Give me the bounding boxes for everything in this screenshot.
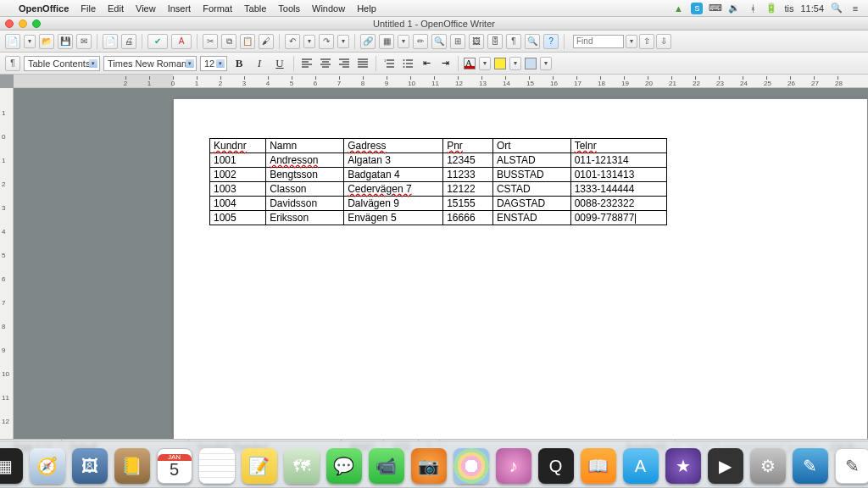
notification-center-icon[interactable]: ≡ [849,3,861,14]
hyperlink-button[interactable]: 🔗 [360,34,376,49]
undo-button[interactable]: ↶ [285,34,300,49]
show-draw-button[interactable]: ✏︎ [413,34,428,49]
find-next-button[interactable]: ⇩ [656,34,671,49]
table-cell[interactable]: 0101-131413 [570,168,666,182]
table-row[interactable]: 1002BengtssonBadgatan 411233BUSSTAD0101-… [210,168,667,182]
dock-quicktime-icon[interactable]: ▶ [708,448,743,484]
autospell-button[interactable]: A [171,34,192,49]
find-prev-button[interactable]: ⇧ [639,34,654,49]
decrease-indent-button[interactable]: ⇤ [419,56,434,71]
spotlight-icon[interactable]: 🔍 [831,3,843,14]
table-cell[interactable]: Davidsson [266,197,344,211]
table-cell[interactable]: 0088-232322 [570,197,666,211]
page-content[interactable]: KundnrNamnGadressPnrOrtTelnr 1001Andress… [174,99,867,264]
table-header-cell[interactable]: Namn [266,139,344,153]
font-size-combo[interactable]: 12▾ [200,56,227,71]
paste-button[interactable]: 📋 [240,34,255,49]
data-table[interactable]: KundnrNamnGadressPnrOrtTelnr 1001Andress… [209,138,667,225]
horizontal-ruler[interactable]: 2101234567891011121314151617181920212223… [14,75,868,88]
table-cell[interactable]: 12122 [443,182,493,197]
table-cell[interactable]: 12345 [443,153,493,168]
dock-textedit-icon[interactable]: ✎ [835,448,869,484]
table-header-cell[interactable]: Pnr [443,139,493,153]
table-cell[interactable]: Bengtsson [266,168,344,182]
bgcolor-dropdown[interactable]: ▾ [540,57,552,70]
dock-itunes-icon[interactable]: ♪ [496,448,531,484]
table-cell[interactable]: 1001 [210,153,266,168]
gallery-button[interactable]: 🖼 [469,34,484,49]
dock-syspref-icon[interactable]: ⚙ [750,448,786,484]
align-center-button[interactable] [318,56,333,71]
table-cell[interactable]: ALSTAD [492,153,570,168]
page[interactable]: KundnrNamnGadressPnrOrtTelnr 1001Andress… [173,98,868,439]
format-paint-button[interactable]: 🖌 [259,34,274,49]
table-header-cell[interactable]: Gadress [344,139,443,153]
table-cell[interactable]: Cedervägen 7 [344,182,443,197]
table-cell[interactable]: Algatan 3 [344,153,443,168]
table-cell[interactable]: Badgatan 4 [344,168,443,182]
menu-table[interactable]: Table [244,3,266,14]
table-cell[interactable]: 1004 [210,197,266,211]
dock-messages-icon[interactable]: 💬 [326,448,362,484]
find-input[interactable] [573,35,624,48]
email-button[interactable]: ✉︎ [76,34,92,49]
table-row[interactable]: 1004DavidssonDalvägen 915155DAGSTAD0088-… [210,197,667,211]
dock-maps-icon[interactable]: 🗺 [284,448,320,484]
increase-indent-button[interactable]: ⇥ [437,56,453,71]
paragraph-style-combo[interactable]: Table Contents▾ [24,56,100,71]
dock-preview-icon[interactable]: 🖼 [72,448,108,484]
table-cell[interactable]: 1002 [210,168,266,182]
table-cell[interactable]: CSTAD [492,182,570,197]
copy-button[interactable]: ⧉ [221,34,236,49]
vertical-ruler[interactable]: 10123456789101112131415161718 [0,88,14,439]
italic-button[interactable]: I [251,56,268,71]
dock-contacts-icon[interactable]: 📒 [114,448,150,484]
document-canvas[interactable]: KundnrNamnGadressPnrOrtTelnr 1001Andress… [14,88,868,439]
dock-photos-icon[interactable] [453,448,489,484]
zoom-window-button[interactable] [32,19,41,28]
table-row[interactable]: 1003ClassonCedervägen 712122CSTAD1333-14… [210,182,667,197]
find-dropdown[interactable]: ▾ [626,35,637,48]
table-header-cell[interactable]: Telnr [570,139,666,153]
clock-time[interactable]: 11:54 [800,3,824,14]
close-window-button[interactable] [5,19,14,28]
table-cell[interactable]: 1003 [210,182,266,197]
table-cell[interactable]: ENSTAD [492,211,570,225]
dock-quicksilver-icon[interactable]: Q [538,448,574,484]
zoom-button[interactable]: 🔍 [525,34,540,49]
font-name-combo[interactable]: Times New Roman▾ [103,56,197,71]
bold-button[interactable]: B [231,56,248,71]
app-name[interactable]: OpenOffice [19,3,69,14]
table-cell[interactable]: Classon [266,182,344,197]
spellcheck-button[interactable]: ✔ [147,34,168,49]
print-button[interactable]: 🖨 [121,34,136,49]
battery-icon[interactable]: 🔋 [765,3,777,14]
dock-reminders-icon[interactable] [199,448,235,484]
dock-photobooth-icon[interactable]: 📷 [411,448,447,484]
table-cell[interactable]: 11233 [443,168,493,182]
new-doc-button[interactable]: 📄 [5,34,20,49]
table-cell[interactable]: 15155 [443,197,493,211]
table-cell[interactable]: BUSSTAD [492,168,570,182]
menu-edit[interactable]: Edit [108,3,124,14]
table-cell[interactable]: 16666 [443,211,493,225]
menu-file[interactable]: File [81,3,96,14]
clock-day[interactable]: tis [784,3,793,14]
nonprint-button[interactable]: ¶ [506,34,521,49]
status-icon-1[interactable]: ▲ [672,3,684,14]
table-dropdown[interactable]: ▾ [398,35,409,48]
dock-facetime-icon[interactable]: 📹 [369,448,404,484]
help-button[interactable]: ? [543,34,559,49]
highlight-dropdown[interactable]: ▾ [509,57,521,70]
undo-dropdown[interactable]: ▾ [303,35,315,48]
save-button[interactable]: 💾 [58,34,73,49]
table-cell[interactable]: 0099-778877 [570,211,666,225]
dock-missioncontrol-icon[interactable]: ▦ [0,448,23,484]
menu-insert[interactable]: Insert [168,3,192,14]
underline-button[interactable]: U [271,56,288,71]
new-doc-dropdown[interactable]: ▾ [24,35,36,48]
align-justify-button[interactable] [355,56,370,71]
styles-button[interactable]: ¶ [5,56,20,71]
menu-window[interactable]: Window [312,3,345,14]
font-color-dropdown[interactable]: ▾ [479,57,491,70]
